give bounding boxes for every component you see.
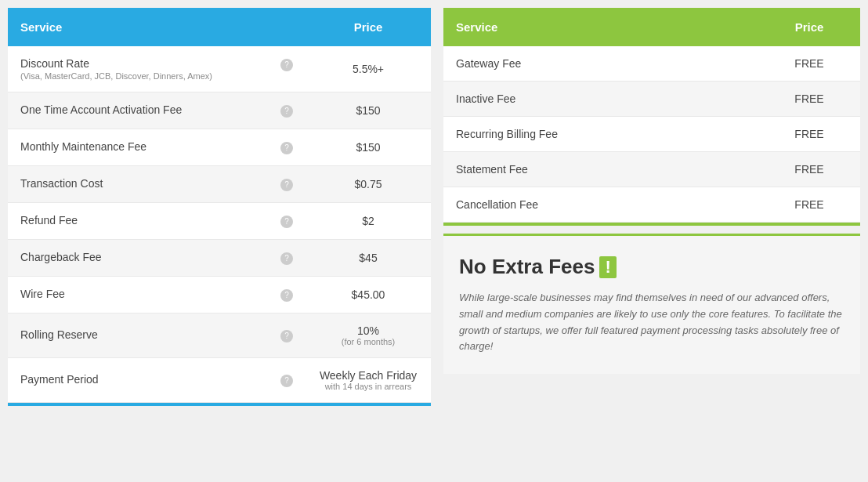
left-table-header: Service Price: [8, 8, 431, 46]
help-icon[interactable]: ?: [280, 330, 293, 342]
left-row-price: 5.5%+: [306, 52, 431, 86]
left-row-service: ? One Time Account Activation Fee: [8, 92, 306, 129]
left-table-row: ? Refund Fee $2: [8, 203, 431, 240]
help-icon[interactable]: ?: [280, 105, 293, 118]
row-subtext: (Visa, MasterCard, JCB, Discover, Dinner…: [20, 71, 293, 81]
right-table-row: Cancellation Fee FREE: [443, 187, 860, 223]
left-row-price: $150: [306, 93, 431, 128]
left-row-service: ? Monthly Maintenance Fee: [8, 129, 306, 165]
left-table-row: ? Wire Fee $45.00: [8, 277, 431, 313]
row-subprice: (for 6 months): [318, 337, 418, 346]
left-row-service: ? Wire Fee: [8, 277, 306, 313]
left-row-service: ? Refund Fee: [8, 203, 306, 239]
left-row-service: ? Rolling Reserve: [8, 317, 306, 353]
right-row-price: FREE: [758, 152, 860, 187]
left-table-row: ? Transaction Cost $0.75: [8, 166, 431, 203]
right-header-price: Price: [758, 8, 860, 46]
left-header-price: Price: [306, 8, 431, 46]
help-icon[interactable]: ?: [280, 375, 293, 387]
left-table: Service Price ? Discount Rate (Visa, Mas…: [8, 8, 431, 406]
right-row-price: FREE: [758, 82, 860, 116]
right-table: Service Price Gateway Fee FREE Inactive …: [443, 8, 860, 226]
help-icon[interactable]: ?: [280, 142, 293, 154]
help-icon[interactable]: ?: [280, 289, 293, 302]
no-extra-fees-body: While large-scale businesses may find th…: [459, 290, 844, 355]
no-extra-fees-section: No Extra Fees ! While large-scale busine…: [443, 234, 860, 374]
right-table-row: Recurring Billing Fee FREE: [443, 117, 860, 152]
left-row-price: $45.00: [306, 277, 431, 312]
left-row-price: 10% (for 6 months): [306, 313, 431, 357]
exclaim-badge: !: [599, 256, 616, 278]
left-table-body: ? Discount Rate (Visa, MasterCard, JCB, …: [8, 46, 431, 403]
right-table-row: Gateway Fee FREE: [443, 46, 860, 82]
help-icon[interactable]: ?: [280, 216, 293, 228]
right-section: Service Price Gateway Fee FREE Inactive …: [443, 8, 860, 406]
left-table-row: ? Payment Period Weekly Each Friday with…: [8, 358, 431, 403]
left-table-row: ? Discount Rate (Visa, MasterCard, JCB, …: [8, 46, 431, 92]
right-row-price: FREE: [758, 187, 860, 222]
left-row-price: $0.75: [306, 167, 431, 201]
left-row-price: Weekly Each Friday with 14 days in arrea…: [306, 358, 431, 402]
left-table-row: ? Chargeback Fee $45: [8, 240, 431, 277]
left-header-service: Service: [8, 8, 306, 46]
right-row-service: Cancellation Fee: [443, 187, 758, 222]
page-wrapper: Service Price ? Discount Rate (Visa, Mas…: [8, 8, 860, 406]
help-icon[interactable]: ?: [280, 59, 293, 71]
right-table-header: Service Price: [443, 8, 860, 46]
right-table-body: Gateway Fee FREE Inactive Fee FREE Recur…: [443, 46, 860, 223]
left-row-service: ? Discount Rate (Visa, MasterCard, JCB, …: [8, 46, 306, 92]
right-row-service: Recurring Billing Fee: [443, 117, 758, 151]
left-row-service: ? Payment Period: [8, 362, 306, 398]
no-extra-fees-title: No Extra Fees !: [459, 255, 844, 279]
left-row-price: $45: [306, 241, 431, 275]
row-subprice: with 14 days in arrears: [318, 382, 418, 391]
right-table-row: Inactive Fee FREE: [443, 82, 860, 117]
left-row-service: ? Transaction Cost: [8, 166, 306, 202]
help-icon[interactable]: ?: [280, 252, 293, 265]
right-row-service: Inactive Fee: [443, 82, 758, 116]
left-row-price: $2: [306, 204, 431, 238]
left-table-row: ? Monthly Maintenance Fee $150: [8, 129, 431, 166]
left-table-row: ? Rolling Reserve 10% (for 6 months): [8, 313, 431, 358]
right-row-service: Gateway Fee: [443, 46, 758, 81]
left-row-service: ? Chargeback Fee: [8, 240, 306, 276]
right-table-row: Statement Fee FREE: [443, 152, 860, 187]
left-row-price: $150: [306, 130, 431, 165]
no-extra-fees-title-text: No Extra Fees: [459, 255, 595, 279]
left-table-row: ? One Time Account Activation Fee $150: [8, 92, 431, 129]
right-row-service: Statement Fee: [443, 152, 758, 187]
help-icon[interactable]: ?: [280, 179, 293, 191]
right-row-price: FREE: [758, 117, 860, 151]
right-row-price: FREE: [758, 46, 860, 81]
right-header-service: Service: [443, 8, 758, 46]
